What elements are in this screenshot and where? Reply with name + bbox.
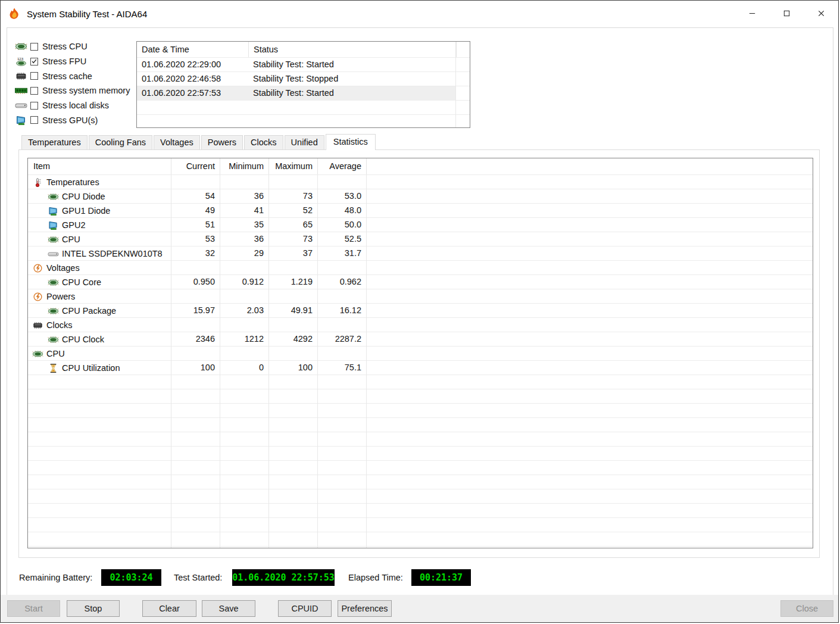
stress-checkbox[interactable] bbox=[30, 72, 38, 80]
stats-row-temperatures[interactable]: Temperatures bbox=[28, 175, 813, 189]
stats-col-item[interactable]: Item bbox=[28, 158, 171, 174]
maximize-button[interactable] bbox=[769, 1, 804, 26]
stats-item-label: Temperatures bbox=[46, 176, 99, 189]
tab-clocks[interactable]: Clocks bbox=[244, 135, 283, 149]
clear-button[interactable]: Clear bbox=[142, 600, 196, 617]
stats-row-gpu2[interactable]: GPU2 51 35 65 50.0 bbox=[28, 218, 813, 232]
close-window-button[interactable] bbox=[804, 1, 838, 26]
stress-system-memory-option: Stress system memory bbox=[15, 83, 143, 98]
stats-filler-cell bbox=[366, 218, 813, 232]
stop-button[interactable]: Stop bbox=[67, 600, 120, 617]
stats-average-value bbox=[317, 289, 366, 304]
stats-col-maximum[interactable]: Maximum bbox=[268, 158, 317, 174]
stats-item-label: CPU Package bbox=[62, 304, 116, 318]
stats-maximum-value bbox=[268, 175, 317, 189]
stats-item-cell: CPU Clock bbox=[28, 332, 171, 347]
stats-current-value bbox=[171, 289, 220, 304]
stress-cache-option: Stress cache bbox=[15, 68, 143, 83]
close-button[interactable]: Close bbox=[780, 600, 833, 617]
button-label: Stop bbox=[85, 604, 102, 613]
tab-powers[interactable]: Powers bbox=[201, 135, 243, 149]
stats-table: Item Current Minimum Maximum Average Te bbox=[27, 158, 813, 548]
tab-unified[interactable]: Unified bbox=[285, 135, 324, 149]
stress-checkbox[interactable] bbox=[30, 43, 38, 51]
stats-filler-cell bbox=[366, 232, 813, 247]
stats-row-powers[interactable]: Powers bbox=[28, 289, 813, 304]
win-max-icon bbox=[782, 9, 791, 18]
button-label: Preferences bbox=[341, 604, 388, 613]
stats-filler-cell bbox=[366, 332, 813, 347]
stats-filler-cell bbox=[366, 275, 813, 289]
thermometer-icon bbox=[32, 178, 43, 187]
stats-minimum-value bbox=[220, 261, 268, 275]
bolt-icon bbox=[32, 264, 43, 273]
chip-icon bbox=[48, 278, 59, 287]
stats-row-cpu-temp[interactable]: CPU 53 36 73 52.5 bbox=[28, 232, 813, 247]
stats-filler-cell bbox=[366, 361, 813, 375]
stats-row-voltages[interactable]: Voltages bbox=[28, 261, 813, 275]
stats-maximum-value: 100 bbox=[268, 361, 317, 375]
stress-local-disks-option: Stress local disks bbox=[15, 98, 143, 113]
app-window: System Stability Test - AIDA64 bbox=[0, 0, 839, 623]
stats-item-cell: GPU2 bbox=[28, 218, 171, 232]
chip-icon bbox=[48, 192, 59, 201]
log-cell-status: Stability Test: Started bbox=[248, 86, 456, 101]
log-row-started-2[interactable]: 01.06.2020 22:57:53 Stability Test: Star… bbox=[137, 86, 456, 101]
stress-option-label: Stress CPU bbox=[42, 42, 88, 51]
tab-temperatures[interactable]: Temperatures bbox=[21, 135, 88, 149]
window-title: System Stability Test - AIDA64 bbox=[27, 9, 147, 19]
stats-maximum-value: 37 bbox=[268, 247, 317, 261]
stats-item-label: CPU Diode bbox=[62, 190, 105, 204]
log-row-started-1[interactable]: 01.06.2020 22:29:00 Stability Test: Star… bbox=[137, 58, 456, 72]
stats-current-value bbox=[171, 261, 220, 275]
stats-maximum-value: 4292 bbox=[268, 332, 317, 347]
save-button[interactable]: Save bbox=[202, 600, 255, 617]
stats-col-average[interactable]: Average bbox=[317, 158, 366, 174]
log-row-stopped[interactable]: 01.06.2020 22:46:58 Stability Test: Stop… bbox=[137, 72, 456, 86]
gpu-icon bbox=[48, 207, 59, 216]
stats-current-value: 49 bbox=[171, 204, 220, 218]
stats-average-value bbox=[317, 261, 366, 275]
stats-col-minimum[interactable]: Minimum bbox=[220, 158, 268, 174]
stats-row-gpu1-diode[interactable]: GPU1 Diode 49 41 52 48.0 bbox=[28, 204, 813, 218]
stress-checkbox[interactable] bbox=[30, 58, 38, 65]
stats-maximum-value: 73 bbox=[268, 232, 317, 247]
log-col-status[interactable]: Status bbox=[248, 42, 456, 57]
stats-table-body: Temperatures CPU Diode bbox=[28, 175, 813, 548]
stats-row-cpu-package[interactable]: CPU Package 15.97 2.03 49.91 16.12 bbox=[28, 304, 813, 318]
tab-cooling-fans[interactable]: Cooling Fans bbox=[89, 135, 152, 149]
minimize-button[interactable] bbox=[735, 1, 769, 26]
stats-item-label: GPU2 bbox=[62, 219, 86, 232]
stats-average-value bbox=[317, 318, 366, 332]
stress-checkbox[interactable] bbox=[30, 102, 38, 110]
stats-row-cpu-diode[interactable]: CPU Diode 54 36 73 53.0 bbox=[28, 189, 813, 204]
stats-row-cpu-group[interactable]: CPU bbox=[28, 347, 813, 361]
button-label: Start bbox=[24, 604, 43, 613]
stats-row-cpu-clock[interactable]: CPU Clock 2346 1212 4292 2287.2 bbox=[28, 332, 813, 347]
button-label: Save bbox=[218, 604, 238, 613]
disk-icon bbox=[15, 101, 27, 110]
stats-row-cpu-utilization[interactable]: CPU Utilization 100 0 100 75.1 bbox=[28, 361, 813, 375]
preferences-button[interactable]: Preferences bbox=[338, 600, 392, 617]
stress-checkbox[interactable] bbox=[30, 87, 38, 95]
stats-row-clocks[interactable]: Clocks bbox=[28, 318, 813, 332]
stats-item-cell: Powers bbox=[28, 289, 171, 304]
log-col-datetime[interactable]: Date & Time bbox=[137, 42, 248, 57]
window-controls bbox=[735, 1, 838, 26]
start-button[interactable]: Start bbox=[7, 600, 60, 617]
tab-statistics[interactable]: Statistics bbox=[326, 134, 376, 150]
stress-options-group: Stress CPU Stress FPU Stress cache bbox=[15, 39, 143, 127]
tab-voltages[interactable]: Voltages bbox=[154, 135, 200, 149]
stats-row-cpu-core[interactable]: CPU Core 0.950 0.912 1.219 0.962 bbox=[28, 275, 813, 289]
stats-col-current[interactable]: Current bbox=[171, 158, 220, 174]
log-cell-datetime: 01.06.2020 22:46:58 bbox=[137, 72, 248, 86]
stats-current-value: 100 bbox=[171, 361, 220, 375]
stress-option-label: Stress GPU(s) bbox=[42, 116, 98, 125]
button-label: CPUID bbox=[291, 604, 318, 613]
chip-icon bbox=[48, 235, 59, 244]
cpuid-button[interactable]: CPUID bbox=[278, 600, 332, 617]
stats-row-intel-ssd[interactable]: INTEL SSDPEKNW010T8 32 29 37 31.7 bbox=[28, 247, 813, 261]
stress-checkbox[interactable] bbox=[30, 116, 38, 124]
chipdark-icon bbox=[15, 71, 27, 81]
chipdark-icon bbox=[32, 321, 43, 330]
